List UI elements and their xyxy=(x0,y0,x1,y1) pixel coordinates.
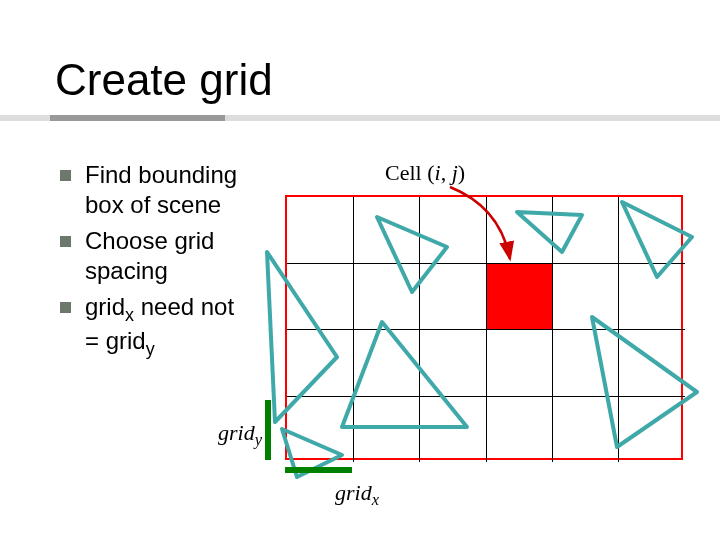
gridx-axis-label: gridx xyxy=(335,480,379,510)
subscript: y xyxy=(146,339,155,359)
bullet-text: Find bounding box of scene xyxy=(85,160,250,220)
bullet-text: Choose grid spacing xyxy=(85,226,250,286)
text-fragment: grid xyxy=(335,480,372,505)
grid-diagram xyxy=(285,195,695,475)
slide-title: Create grid xyxy=(55,55,273,105)
bullet-icon xyxy=(60,302,71,313)
text-fragment: ) xyxy=(458,160,465,185)
text-fragment: , xyxy=(441,160,452,185)
bullet-text: gridx need not = gridy xyxy=(85,292,250,361)
subscript: x xyxy=(125,305,134,325)
arrow-icon xyxy=(440,187,540,277)
text-fragment: grid xyxy=(218,420,255,445)
text-fragment: grid xyxy=(85,293,125,320)
list-item: Find bounding box of scene xyxy=(60,160,250,220)
gridy-measure-icon xyxy=(265,400,271,460)
gridy-axis-label: gridy xyxy=(218,420,262,450)
cell-label: Cell (i, j) xyxy=(385,160,465,186)
svg-marker-1 xyxy=(377,217,447,292)
subscript: y xyxy=(255,430,262,449)
svg-marker-0 xyxy=(267,252,337,422)
list-item: Choose grid spacing xyxy=(60,226,250,286)
svg-marker-5 xyxy=(592,317,697,447)
bullet-list: Find bounding box of scene Choose grid s… xyxy=(60,160,250,367)
bullet-icon xyxy=(60,170,71,181)
title-underline xyxy=(0,115,720,121)
bullet-icon xyxy=(60,236,71,247)
svg-marker-3 xyxy=(622,202,692,277)
svg-marker-4 xyxy=(342,322,467,427)
subscript: x xyxy=(372,490,379,509)
list-item: gridx need not = gridy xyxy=(60,292,250,361)
text-fragment: Cell ( xyxy=(385,160,435,185)
gridx-measure-icon xyxy=(285,467,352,473)
